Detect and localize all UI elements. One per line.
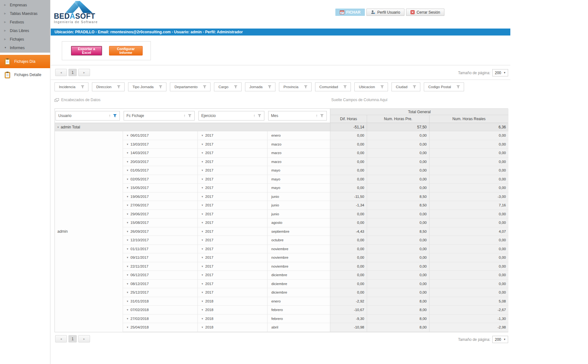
expand-icon[interactable]: ▾ xyxy=(202,308,203,311)
sidebar-item-fichajes-dia[interactable]: Fichajes Día xyxy=(0,55,50,68)
expand-icon[interactable]: ▾ xyxy=(202,317,203,320)
filter-chip-provincia[interactable]: Provincia xyxy=(279,82,311,91)
expand-icon[interactable]: ▾ xyxy=(127,160,128,163)
expand-icon[interactable]: ▾ xyxy=(127,212,128,216)
pager-next-button[interactable]: ▸ xyxy=(78,69,90,76)
column-header-dif-horas[interactable]: Dif. Horas xyxy=(330,115,367,123)
column-header-num-horas-pre-[interactable]: Num. Horas Pre. xyxy=(367,115,429,123)
expand-icon[interactable]: ▾ xyxy=(127,143,128,146)
expand-icon[interactable]: ▾ xyxy=(202,238,203,242)
expand-icon[interactable]: ▾ xyxy=(202,169,203,172)
expand-icon[interactable]: ▾ xyxy=(202,143,203,146)
expand-icon[interactable]: ▾ xyxy=(202,291,203,294)
filter-funnel-icon[interactable] xyxy=(320,114,324,118)
expand-icon[interactable]: ▾ xyxy=(202,221,203,224)
sort-asc-icon[interactable]: ↑ xyxy=(184,114,185,118)
filter-funnel-icon[interactable] xyxy=(343,85,347,89)
pager-page-button[interactable]: 1 xyxy=(68,69,77,76)
expand-icon[interactable]: ▾ xyxy=(202,178,203,181)
filter-chip-cargo[interactable]: Cargo xyxy=(214,82,241,91)
filter-funnel-icon[interactable] xyxy=(380,85,384,89)
expand-icon[interactable]: ▾ xyxy=(202,300,203,303)
expand-icon[interactable]: ▾ xyxy=(202,326,203,329)
expand-icon[interactable]: ▾ xyxy=(127,326,128,329)
expand-icon[interactable]: ▾ xyxy=(127,273,128,276)
sidebar-item-festivos[interactable]: ▶Festivos xyxy=(0,18,50,26)
expand-icon[interactable]: ▾ xyxy=(127,230,128,233)
expand-icon[interactable]: ▾ xyxy=(202,151,203,154)
column-header-num-horas-reales[interactable]: Num. Horas Reales xyxy=(429,115,508,123)
sidebar-item-empresas[interactable]: ▶Empresas xyxy=(0,1,50,9)
sidebar-item-fichajes[interactable]: ▶Fichajes xyxy=(0,35,50,43)
filter-chip-codigo-postal[interactable]: Codigo Postal xyxy=(424,82,464,91)
expand-icon[interactable]: ▾ xyxy=(127,151,128,154)
filter-funnel-icon[interactable] xyxy=(188,114,192,118)
expand-icon[interactable]: ▾ xyxy=(202,204,203,207)
pager-next-button[interactable]: ▸ xyxy=(78,335,90,342)
filter-funnel-icon[interactable] xyxy=(158,85,163,89)
field-ejercicio[interactable]: Ejercicio↑ xyxy=(198,111,264,120)
field-mes[interactable]: Mes↑ xyxy=(268,111,327,120)
expand-icon[interactable]: ▾ xyxy=(127,204,128,207)
expand-icon[interactable]: ▾ xyxy=(127,291,128,294)
sidebar-item-informes[interactable]: ▼Informes xyxy=(0,43,50,52)
perfil-usuario-button[interactable]: Perfil Usuario xyxy=(366,9,404,16)
expand-icon[interactable]: ▾ xyxy=(127,195,128,198)
filter-chip-comunidad[interactable]: Comunidad xyxy=(315,82,351,91)
sidebar-item-dias-libres[interactable]: ▶Días Libres xyxy=(0,26,50,35)
field-fc-fichaje[interactable]: Fc Fichaje↑ xyxy=(124,111,195,120)
filter-funnel-icon[interactable] xyxy=(257,114,262,118)
pager-prev-button[interactable]: ◂ xyxy=(55,69,67,76)
expand-icon[interactable]: ▾ xyxy=(127,238,128,242)
filter-chip-direccion[interactable]: Direccion xyxy=(92,82,125,91)
expand-icon[interactable]: ▾ xyxy=(127,265,128,268)
expand-icon[interactable]: ▾ xyxy=(127,247,128,250)
sort-asc-icon[interactable]: ↑ xyxy=(316,114,318,118)
sidebar-item-fichajes-detalle[interactable]: Fichajes Detalle xyxy=(0,68,50,81)
drop-columns-zone[interactable]: Suelte Campos de Columna Aquí xyxy=(331,98,387,102)
expand-icon[interactable]: ▾ xyxy=(202,134,203,137)
cerrar-sesion-button[interactable]: Cerrar Sesión xyxy=(406,9,444,16)
filter-funnel-icon[interactable] xyxy=(113,114,117,118)
expand-icon[interactable]: ▾ xyxy=(202,230,203,233)
page-size-select[interactable]: 200 ▼ xyxy=(492,336,508,343)
sidebar-item-tablas-maestras[interactable]: ▶Tablas Maestras xyxy=(0,9,50,18)
filter-chip-ubicacion[interactable]: Ubicacion xyxy=(354,82,388,91)
filter-funnel-icon[interactable] xyxy=(412,85,417,89)
expand-icon[interactable]: ▾ xyxy=(127,178,128,181)
expand-icon[interactable]: ▾ xyxy=(127,317,128,320)
filter-funnel-icon[interactable] xyxy=(268,85,272,89)
expand-icon[interactable]: ▾ xyxy=(202,212,203,216)
expand-icon[interactable]: ▾ xyxy=(202,256,203,259)
sort-asc-icon[interactable]: ↑ xyxy=(253,114,255,118)
expand-icon[interactable]: ▾ xyxy=(127,300,128,303)
expand-icon[interactable]: ▾ xyxy=(127,308,128,311)
expand-icon[interactable]: ▾ xyxy=(127,134,128,137)
expand-icon[interactable]: ▾ xyxy=(127,221,128,224)
pager-prev-button[interactable]: ◂ xyxy=(55,335,67,342)
filter-funnel-icon[interactable] xyxy=(203,85,207,89)
expand-icon[interactable]: ▾ xyxy=(202,265,203,268)
expand-icon[interactable]: ▾ xyxy=(127,169,128,172)
filter-chip-tipo-jornada[interactable]: Tipo Jornada xyxy=(128,82,167,91)
configure-report-button[interactable]: Configurar Informe xyxy=(109,46,143,55)
filter-funnel-icon[interactable] xyxy=(117,85,121,89)
expand-icon[interactable]: ▾ xyxy=(202,247,203,250)
expand-icon[interactable]: ▾ xyxy=(127,256,128,259)
expand-icon[interactable]: ▾ xyxy=(127,282,128,285)
sort-asc-icon[interactable]: ↑ xyxy=(109,114,111,118)
filter-chip-ciudad[interactable]: Ciudad xyxy=(391,82,420,91)
fichar-button[interactable]: FICHAR xyxy=(335,9,365,16)
filter-funnel-icon[interactable] xyxy=(456,85,460,89)
field-usuario[interactable]: Usuario↑ xyxy=(55,111,120,120)
expand-icon[interactable]: ▾ xyxy=(127,186,128,189)
expand-icon[interactable]: ▾ xyxy=(202,160,203,163)
filter-chip-jornada[interactable]: Jornada xyxy=(245,82,276,91)
collapse-icon[interactable]: ▾ xyxy=(57,126,59,129)
filter-funnel-icon[interactable] xyxy=(304,85,308,89)
filter-chip-incidencia[interactable]: Incidencia xyxy=(55,82,88,91)
expand-icon[interactable]: ▾ xyxy=(202,195,203,198)
pager-page-button[interactable]: 1 xyxy=(68,335,77,342)
expand-icon[interactable]: ▾ xyxy=(202,273,203,276)
filter-funnel-icon[interactable] xyxy=(234,85,238,89)
